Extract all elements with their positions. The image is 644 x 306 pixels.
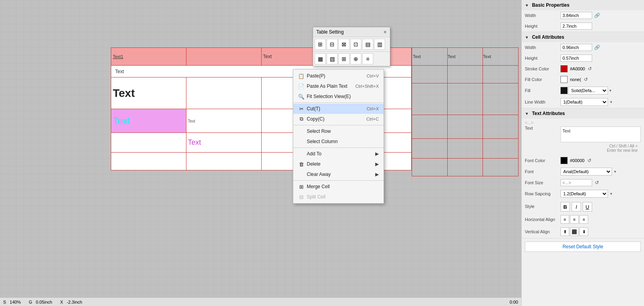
cm-select-col-label: Select Column [307, 139, 338, 144]
cm-clear-away[interactable]: Clear Away ▶ [293, 169, 384, 179]
cm-select-row-label: Select Row [307, 128, 331, 134]
v-align-buttons: ⬆ ⬛ ⬇ [560, 227, 641, 236]
cell-collapse-icon[interactable]: ▼ [525, 35, 529, 40]
width-input[interactable] [560, 12, 592, 19]
h-align-row: Horizontal Align ≡ ≡ ≡ [522, 213, 644, 226]
cell-link-icon[interactable]: 🔗 [594, 44, 600, 51]
v-align-bottom-button[interactable]: ⬇ [579, 227, 588, 236]
cm-clear-away-label: Clear Away [307, 172, 331, 177]
fill-black-swatch [560, 87, 568, 94]
reset-default-style-button[interactable]: Reset Default Style [525, 242, 641, 252]
italic-button[interactable]: I [572, 202, 581, 212]
text-attributes-header: ▼ Text Attributes [522, 108, 644, 119]
h-align-center-button[interactable]: ≡ [570, 215, 579, 224]
cm-select-col[interactable]: Select Column [293, 136, 384, 147]
font-size-row: Font Size ↺ [522, 178, 644, 188]
cm-copy[interactable]: ⧉ Copy(C) Ctrl+C [293, 114, 384, 124]
v-align-middle-button[interactable]: ⬛ [570, 227, 579, 236]
fill-value: Solid(Defa... ▼ [560, 87, 641, 94]
height-input[interactable] [560, 23, 592, 30]
h-align-right-button[interactable]: ≡ [579, 215, 588, 224]
table-setting-popup: Table Setting × ⊞ ⊟ ⊠ ⊡ ▤ ▥ ▦ ▧ ⊞ ⊕ ≡ [313, 27, 390, 66]
fill-refresh-icon[interactable]: ↺ [583, 76, 589, 83]
font-size-refresh-icon[interactable]: ↺ [594, 179, 600, 186]
fill-color-swatch[interactable] [560, 76, 568, 83]
collapse-icon[interactable]: ▼ [525, 3, 529, 8]
text-display[interactable]: Text [560, 127, 641, 142]
text-label: Text [525, 126, 560, 143]
rt-text3: Text [483, 54, 491, 59]
stroke-color-text: #A0000 [570, 66, 585, 71]
style-row: Style B I U [522, 200, 644, 213]
ts-icon-align1[interactable]: ▦ [315, 53, 326, 64]
ts-icon-table2[interactable]: ⊟ [327, 39, 338, 50]
cm-delete[interactable]: 🗑 Delete ▶ [293, 159, 384, 169]
cm-paste-plain[interactable]: 📄 Paste As Plain Text Ctrl+Shift+X [293, 81, 384, 91]
line-width-value: 1(Default) ▼ [560, 98, 641, 106]
ts-icon-table3[interactable]: ⊠ [338, 39, 350, 50]
h-align-left-button[interactable]: ≡ [560, 215, 569, 224]
g-label: G [29, 300, 32, 304]
cm-cut[interactable]: ✂ Cut(T) Ctrl+X [293, 104, 384, 114]
add-to-arrow-icon: ▶ [375, 151, 379, 157]
v-align-group: ⬆ ⬛ ⬇ [560, 227, 588, 236]
font-size-input[interactable] [560, 179, 592, 186]
fill-select[interactable]: Solid(Defa... [568, 87, 608, 94]
status-g: G 0.05inch [29, 300, 52, 304]
ts-icon-table1[interactable]: ⊞ [315, 39, 326, 50]
ts-icon-valign[interactable]: ≡ [362, 53, 373, 64]
table-setting-title: Table Setting [316, 29, 344, 35]
font-value: Arial(Default) ▼ [560, 168, 641, 176]
ts-icon-table5[interactable]: ▤ [362, 39, 373, 50]
cm-add-to[interactable]: Add To ▶ [293, 149, 384, 159]
cell-big-text: Text [113, 87, 135, 99]
cm-fit[interactable]: 🔍 Fit Selection View(E) [293, 91, 384, 102]
paste-plain-icon: 📄 [298, 83, 304, 89]
cm-paste-plain-label: Paste As Plain Text [307, 83, 348, 89]
v-align-top-button[interactable]: ⬆ [560, 227, 569, 236]
font-color-swatch[interactable] [560, 157, 568, 164]
line-width-select[interactable]: 1(Default) [560, 98, 608, 106]
fill-color-text: none( [570, 77, 581, 82]
cm-select-row[interactable]: Select Row [293, 126, 384, 136]
height-row: Height [522, 21, 644, 32]
cm-split-label: Split Cell [307, 194, 325, 200]
cm-paste-plain-shortcut: Ctrl+Shift+X [355, 84, 379, 89]
font-color-refresh-icon[interactable]: ↺ [586, 157, 593, 164]
h-align-label: Horizontal Align [525, 217, 560, 222]
font-color-row: Font Color #00000 ↺ [522, 155, 644, 166]
add-to-icon [298, 151, 304, 157]
bold-button[interactable]: B [560, 202, 570, 212]
font-select[interactable]: Arial(Default) [560, 168, 612, 176]
cell-width-input[interactable] [560, 44, 592, 51]
fit-icon: 🔍 [298, 93, 304, 100]
cell-text-row2: Text [111, 69, 124, 74]
ts-icon-border[interactable]: ⊞ [338, 53, 350, 64]
ts-icon-align2[interactable]: ▧ [327, 53, 338, 64]
status-time: 0:00 [510, 300, 518, 304]
text-collapse-icon[interactable]: ▼ [525, 111, 529, 116]
stroke-color-swatch[interactable] [560, 65, 568, 72]
stroke-refresh-icon[interactable]: ↺ [587, 66, 593, 72]
cm-merge-cell[interactable]: ⊞ Merge Cell [293, 181, 384, 192]
ts-icon-table6[interactable]: ▥ [374, 39, 385, 50]
basic-properties-title: Basic Properties [532, 2, 570, 8]
cm-delete-label: Delete [307, 161, 321, 167]
cell-text-header: Text [263, 54, 272, 59]
line-width-label: Line Width [525, 100, 560, 104]
width-value-container: 🔗 [560, 12, 641, 19]
ts-icon-table4[interactable]: ⊡ [350, 39, 361, 50]
cell-height-input[interactable] [560, 55, 592, 62]
underline-button[interactable]: U [583, 202, 592, 212]
text-field-row: <...> Text Text Ctrl / Shift / Alt +Ente… [522, 119, 644, 155]
right-sidebar: ▼ Basic Properties Width 🔗 Height ▼ Cell… [521, 0, 644, 306]
text-value: Text [562, 128, 570, 133]
v-align-label: Vertical Align [525, 229, 560, 234]
cm-paste[interactable]: 📋 Paste(P) Ctrl+V [293, 71, 384, 81]
link-proportional-icon[interactable]: 🔗 [594, 12, 600, 19]
text-attributes-title: Text Attributes [532, 111, 565, 116]
ts-icon-halign[interactable]: ⊕ [350, 53, 361, 64]
row-spacing-select[interactable]: 1.2(Default) [560, 190, 608, 198]
close-icon[interactable]: × [384, 29, 387, 35]
cm-copy-shortcut: Ctrl+C [367, 117, 379, 121]
